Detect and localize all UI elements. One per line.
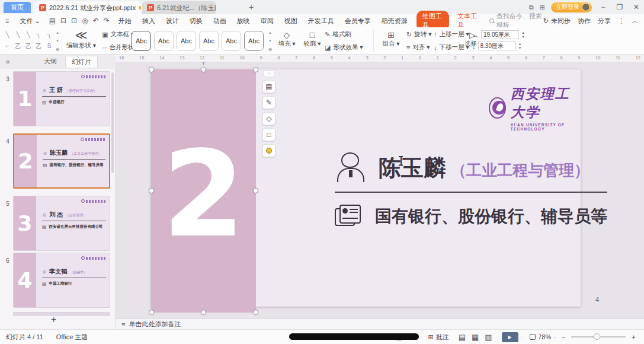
apps-grid-icon[interactable]: ⊞: [540, 4, 545, 11]
resize-handle-nw[interactable]: [149, 67, 154, 72]
document-tab-inactive[interactable]: P 6.21就业纪...（陈玉麟部分）: [142, 1, 216, 14]
add-slide-button[interactable]: +: [51, 314, 56, 325]
collapse-panel-icon[interactable]: «: [0, 58, 15, 66]
presenter-major[interactable]: （工业工程与管理）: [451, 160, 589, 181]
tab-animation[interactable]: 动画: [208, 17, 232, 26]
zoom-fit-button[interactable]: 78% ·: [530, 333, 556, 340]
save-icon[interactable]: ▤: [49, 17, 56, 25]
tab-view[interactable]: 视图: [279, 17, 303, 26]
shape-style-option[interactable]: Abc: [177, 31, 196, 51]
tab-transition[interactable]: 切换: [184, 17, 208, 26]
connector-icon[interactable]: 乙: [34, 41, 44, 52]
undo-icon[interactable]: ↶: [93, 17, 99, 25]
resize-handle-s[interactable]: [201, 310, 206, 315]
reading-view-icon[interactable]: ▥: [485, 333, 492, 342]
more-icon[interactable]: ⋮: [618, 17, 624, 25]
selected-shape[interactable]: 2: [151, 69, 256, 313]
redo-icon[interactable]: ↷: [104, 17, 110, 25]
new-tab-button[interactable]: +: [245, 1, 257, 13]
slide-thumbnail[interactable]: 3 ☺ 刘 杰 （企业管理） ▤ 西安诺瓦星云科技股份有限公司: [13, 196, 110, 251]
fill-button[interactable]: ◇ 填充 ▾: [274, 30, 300, 48]
connector-icon[interactable]: 乙: [13, 41, 24, 52]
sync-status[interactable]: ↻ 未同步: [543, 17, 571, 26]
connector-icon[interactable]: 乙: [23, 41, 34, 52]
resize-handle-w[interactable]: [149, 188, 154, 193]
shape-effects-button[interactable]: ◪ 形状效果 ▾: [325, 43, 369, 52]
layers-icon[interactable]: ▤: [262, 80, 275, 93]
frame-icon[interactable]: □: [262, 128, 275, 141]
select-button[interactable]: ▷ 选择 ▾: [447, 30, 470, 48]
tab-insert[interactable]: 插入: [137, 17, 161, 26]
shape-gallery-scroll[interactable]: ▲▼▦: [55, 30, 60, 52]
comments-toggle[interactable]: ⊞批注: [428, 333, 448, 342]
editing-canvas[interactable]: 西安理工大学 XI'AN UNIVERSITY OF TECHNOLOGY 陈玉…: [116, 62, 644, 318]
curve-shape-icon[interactable]: S: [44, 41, 55, 52]
shape-width-input[interactable]: [481, 30, 519, 39]
presenter-name[interactable]: 陈玉麟: [379, 153, 446, 183]
resize-handle-n[interactable]: [201, 67, 206, 72]
connector-icon[interactable]: ⌐: [2, 41, 13, 52]
lightbulb-icon[interactable]: [262, 144, 275, 157]
sidebar-scrollbar[interactable]: [111, 72, 114, 173]
resize-handle-se[interactable]: [253, 310, 258, 315]
shape-height-input[interactable]: [478, 42, 516, 50]
tab-outline[interactable]: 大纲: [38, 56, 63, 68]
rotate-handle[interactable]: [201, 62, 206, 63]
minimize-button[interactable]: −: [598, 3, 608, 11]
line-shape-icon[interactable]: ╲: [13, 30, 24, 41]
slide-thumbnail[interactable]: 1 ☺ 王 妍 （管理科学与工程） ▤ 中信银行: [13, 71, 110, 126]
shape-fill-icon[interactable]: ◇: [262, 112, 275, 125]
share-button[interactable]: 分享: [598, 17, 611, 26]
zoom-out-button[interactable]: −: [562, 333, 565, 340]
theme-name[interactable]: Office 主题: [56, 333, 88, 342]
slide-thumbnail-partial[interactable]: [13, 312, 110, 316]
tab-devtools[interactable]: 开发工具: [303, 17, 339, 26]
line-shape-icon[interactable]: ╲: [23, 30, 34, 41]
play-options-icon[interactable]: ·: [521, 333, 523, 340]
collaborate-button[interactable]: 协作: [578, 17, 591, 26]
collapse-ribbon-icon[interactable]: ︿: [632, 17, 638, 26]
window-layout-icon[interactable]: ⧉: [529, 4, 534, 11]
pen-icon[interactable]: ✎: [262, 96, 275, 109]
print-icon[interactable]: ⊡: [71, 17, 77, 25]
tab-review[interactable]: 审阅: [255, 17, 279, 26]
tab-member[interactable]: 会员专享: [339, 17, 376, 26]
slide-content[interactable]: 陈玉麟 （工业工程与管理） 国有银行、股份银行、辅导员等: [335, 152, 607, 228]
hamburger-icon[interactable]: ≡: [0, 17, 14, 24]
line-shape-icon[interactable]: ╲: [2, 30, 13, 41]
resize-handle-sw[interactable]: [149, 310, 154, 315]
tab-slides[interactable]: 幻灯片: [65, 56, 98, 68]
tab-templates[interactable]: 稻壳资源: [376, 17, 413, 26]
elbow-connector-icon[interactable]: ┐: [44, 30, 55, 41]
slide-thumbnail-selected[interactable]: 2 ☺ 陈玉麟 （工业工程与管理） ▤ 国有银行、股份银行、辅导员等: [13, 133, 110, 189]
shape-style-option[interactable]: Abc: [154, 31, 174, 51]
notes-bar[interactable]: ≡ 单击此处添加备注: [116, 318, 644, 329]
width-stepper[interactable]: ▲▼: [521, 31, 525, 39]
file-menu[interactable]: 文件 ⌄: [14, 17, 45, 26]
tab-design[interactable]: 设计: [161, 17, 184, 26]
group-button[interactable]: ⊞ 组合 ▾: [378, 30, 404, 48]
close-button[interactable]: ✕: [631, 3, 642, 11]
zoom-in-button[interactable]: +: [632, 333, 635, 340]
slide-sorter-icon[interactable]: ▦: [472, 333, 479, 342]
height-stepper[interactable]: ▲▼: [518, 42, 522, 50]
tab-slideshow[interactable]: 放映: [232, 17, 255, 26]
shape-style-option[interactable]: Abc: [222, 31, 241, 51]
outline-button[interactable]: □ 轮廓 ▾: [299, 30, 325, 48]
resize-handle-e[interactable]: [253, 188, 258, 193]
document-tab-active[interactable]: P 2022.6.21 就业分享会ppt.pptx: [34, 1, 141, 14]
style-gallery-scroll[interactable]: ▲▼▦: [268, 30, 273, 52]
shape-style-option[interactable]: Abc: [244, 31, 264, 51]
format-painter-button[interactable]: ✎ 格式刷: [325, 30, 369, 39]
resize-handle-ne[interactable]: [253, 67, 258, 72]
export-icon[interactable]: ⊟: [60, 17, 66, 25]
edit-shape-button[interactable]: ≪ 编辑形状 ▾: [64, 28, 98, 50]
shape-style-option[interactable]: Abc: [199, 31, 219, 51]
slideshow-play-button[interactable]: ▶: [502, 332, 518, 342]
zoom-slider[interactable]: [571, 336, 626, 337]
normal-view-icon[interactable]: ▤: [459, 333, 466, 342]
elbow-connector-icon[interactable]: ┐: [34, 30, 44, 41]
tab-start[interactable]: 开始: [113, 17, 137, 26]
login-button[interactable]: 立即登录: [551, 2, 592, 12]
preview-icon[interactable]: ◎: [82, 17, 88, 25]
